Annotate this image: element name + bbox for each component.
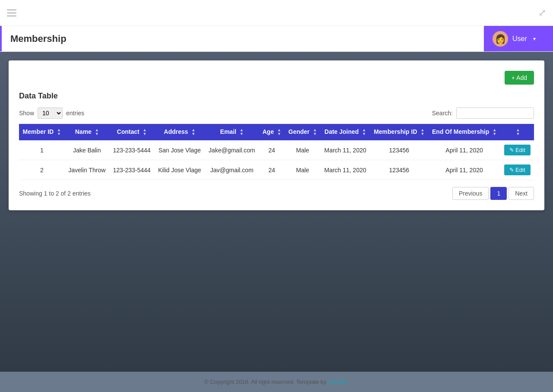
avatar: 👩 bbox=[493, 31, 508, 47]
search-label: Search: bbox=[432, 110, 453, 117]
cell-gender: Male bbox=[285, 140, 321, 160]
pagination: Previous 1 Next bbox=[452, 187, 534, 200]
edit-button[interactable]: ✎ Edit bbox=[504, 145, 531, 155]
table-header-row: Member ID ▲▼ Name ▲▼ Contact ▲▼ Address … bbox=[19, 124, 534, 140]
col-gender: Gender ▲▼ bbox=[285, 124, 321, 140]
entries-label: entries bbox=[66, 110, 84, 117]
add-button[interactable]: + Add bbox=[505, 71, 534, 85]
cell-end-membership: April 11, 2020 bbox=[428, 160, 500, 180]
col-member-id: Member ID ▲▼ bbox=[19, 124, 65, 140]
next-button[interactable]: Next bbox=[509, 187, 534, 200]
col-age: Age ▲▼ bbox=[259, 124, 285, 140]
cell-contact: 123-233-5444 bbox=[109, 160, 154, 180]
user-label: User bbox=[512, 35, 527, 43]
cell-membership-id: 123456 bbox=[370, 140, 428, 160]
cell-address: Kilid Jose Vlage bbox=[154, 160, 205, 180]
header-title-wrap: Membership bbox=[0, 26, 67, 51]
cell-action: ✎ Edit bbox=[500, 140, 534, 160]
table-body: 1 Jake Balin 123-233-5444 San Jose Vlage… bbox=[19, 140, 534, 180]
col-date-joined: Date Joined ▲▼ bbox=[321, 124, 370, 140]
showing-info: Showing 1 to 2 of 2 entries bbox=[19, 190, 91, 197]
table-row: 1 Jake Balin 123-233-5444 San Jose Vlage… bbox=[19, 140, 534, 160]
col-action: ▲▼ bbox=[500, 124, 534, 140]
cell-date-joined: March 11, 2020 bbox=[321, 160, 370, 180]
main-area: + Add Data Table Show 10 25 50 100 entri… bbox=[0, 52, 553, 372]
copyright-text: © Copyright 2018. All right reserved. Te… bbox=[204, 379, 328, 385]
cell-email: Jake@gmail.com bbox=[205, 140, 259, 160]
header-bar: Membership 👩 User ▾ bbox=[0, 26, 553, 52]
page-1-button[interactable]: 1 bbox=[490, 187, 507, 200]
col-membership-id: Membership ID ▲▼ bbox=[370, 124, 428, 140]
search-bar: Search: bbox=[432, 107, 534, 119]
col-end-membership: End Of Membership ▲▼ bbox=[428, 124, 500, 140]
top-nav: ⤢ bbox=[0, 0, 553, 26]
cell-email: Jav@gmail.com bbox=[205, 160, 259, 180]
cell-gender: Male bbox=[285, 160, 321, 180]
edit-button[interactable]: ✎ Edit bbox=[504, 164, 531, 175]
cell-membership-id: 123456 bbox=[370, 160, 428, 180]
table-head: Member ID ▲▼ Name ▲▼ Contact ▲▼ Address … bbox=[19, 124, 534, 140]
cell-action: ✎ Edit bbox=[500, 160, 534, 180]
table-row: 2 Javelin Throw 123-233-5444 Kilid Jose … bbox=[19, 160, 534, 180]
page-footer: © Copyright 2018. All right reserved. Te… bbox=[0, 372, 553, 392]
data-table: Member ID ▲▼ Name ▲▼ Contact ▲▼ Address … bbox=[19, 124, 534, 180]
cell-address: San Jose Vlage bbox=[154, 140, 205, 160]
cell-name: Jake Balin bbox=[65, 140, 109, 160]
prev-button[interactable]: Previous bbox=[452, 187, 489, 200]
search-input[interactable] bbox=[456, 107, 534, 119]
table-footer: Showing 1 to 2 of 2 entries Previous 1 N… bbox=[19, 187, 534, 200]
cell-age: 24 bbox=[259, 160, 285, 180]
user-menu[interactable]: 👩 User ▾ bbox=[484, 26, 553, 51]
table-controls: Show 10 25 50 100 entries Search: bbox=[19, 107, 534, 119]
page-title: Membership bbox=[7, 26, 67, 51]
hamburger-menu[interactable] bbox=[7, 9, 16, 16]
cell-end-membership: April 11, 2020 bbox=[428, 140, 500, 160]
cell-member-id: 1 bbox=[19, 140, 65, 160]
cell-member-id: 2 bbox=[19, 160, 65, 180]
entries-select[interactable]: 10 25 50 100 bbox=[38, 107, 63, 119]
data-table-title: Data Table bbox=[19, 92, 534, 101]
col-contact: Contact ▲▼ bbox=[109, 124, 154, 140]
header-accent bbox=[0, 26, 2, 51]
col-name: Name ▲▼ bbox=[65, 124, 109, 140]
col-address: Address ▲▼ bbox=[154, 124, 205, 140]
bg-spacer bbox=[9, 210, 544, 363]
colorlib-link[interactable]: Colorlib. bbox=[328, 379, 349, 385]
cell-age: 24 bbox=[259, 140, 285, 160]
chevron-down-icon: ▾ bbox=[533, 36, 536, 42]
show-label: Show bbox=[19, 110, 34, 117]
data-card: + Add Data Table Show 10 25 50 100 entri… bbox=[9, 60, 544, 210]
cell-date-joined: March 11, 2020 bbox=[321, 140, 370, 160]
cell-name: Javelin Throw bbox=[65, 160, 109, 180]
add-btn-row: + Add bbox=[19, 71, 534, 85]
col-email: Email ▲▼ bbox=[205, 124, 259, 140]
expand-icon[interactable]: ⤢ bbox=[538, 7, 546, 19]
show-entries: Show 10 25 50 100 entries bbox=[19, 107, 84, 119]
cell-contact: 123-233-5444 bbox=[109, 140, 154, 160]
